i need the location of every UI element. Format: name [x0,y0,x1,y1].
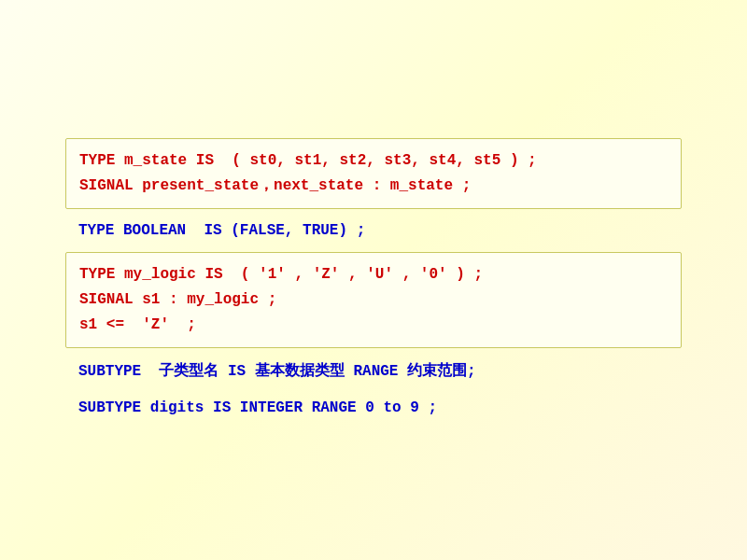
code-line-signal-s1: SIGNAL s1 : my_logic ; [79,287,668,313]
code-line-subtype-digits: SUBTYPE digits IS INTEGER RANGE 0 to 9 ; [65,394,682,422]
main-container: TYPE m_state IS ( st0, st1, st2, st3, st… [47,119,700,441]
code-line-type-mylogic: TYPE my_logic IS ( '1' , 'Z' , 'U' , '0'… [79,262,668,287]
code-block-2: TYPE my_logic IS ( '1' , 'Z' , 'U' , '0'… [65,252,682,349]
code-line-type-boolean: TYPE BOOLEAN IS (FALSE, TRUE) ; [65,217,682,245]
keyword-to: to [383,399,401,416]
code-block-1: TYPE m_state IS ( st0, st1, st2, st3, st… [65,138,682,209]
code-line-s1-assign: s1 <= 'Z' ; [79,313,668,338]
code-line-signal-present: SIGNAL present_state，next_state : m_stat… [79,174,668,199]
code-line-subtype-generic: SUBTYPE 子类型名 IS 基本数据类型 RANGE 约束范围; [65,356,682,386]
code-line-type-mstate: TYPE m_state IS ( st0, st1, st2, st3, st… [79,148,668,174]
